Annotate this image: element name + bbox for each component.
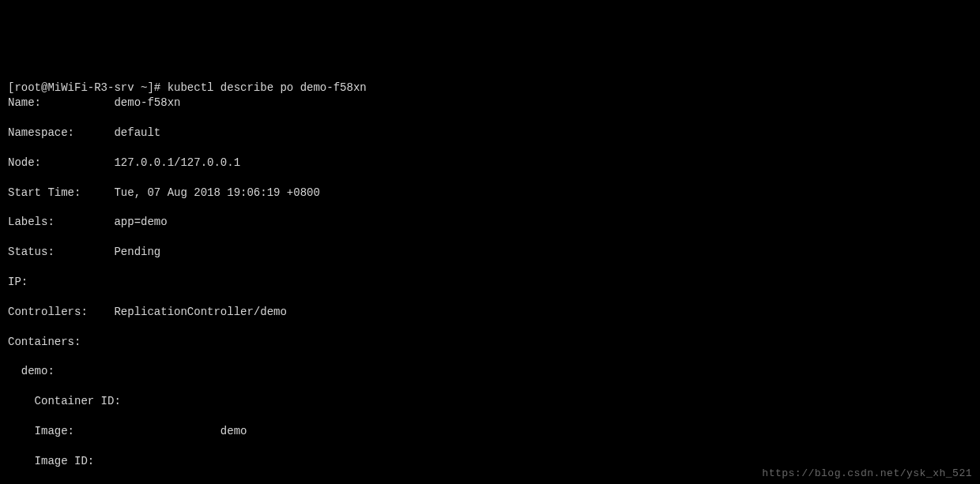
- container-image-label: Image:: [35, 424, 220, 439]
- pod-controllers-label: Controllers:: [8, 305, 114, 320]
- pod-labels-value: app=demo: [114, 215, 167, 230]
- pod-labels-row: Labels:app=demo: [8, 215, 972, 230]
- pod-controllers-row: Controllers:ReplicationController/demo: [8, 305, 972, 320]
- container-name: demo:: [8, 364, 972, 379]
- pod-namespace-row: Namespace:default: [8, 126, 972, 141]
- container-id-label: Container ID:: [35, 394, 220, 409]
- pod-node-value: 127.0.0.1/127.0.0.1: [114, 156, 240, 171]
- pod-ip-row: IP:: [8, 275, 972, 290]
- container-image-value: demo: [220, 424, 247, 439]
- pod-namespace-value: default: [114, 126, 160, 141]
- pod-starttime-label: Start Time:: [8, 186, 114, 201]
- watermark-text: https://blog.csdn.net/ysk_xh_521: [762, 467, 972, 481]
- prompt-command: kubectl describe po demo-f58xn: [168, 81, 367, 94]
- container-image-row: Image:demo: [8, 424, 972, 439]
- pod-status-row: Status:Pending: [8, 245, 972, 260]
- shell-prompt[interactable]: [root@MiWiFi-R3-srv ~]# kubectl describe…: [8, 81, 367, 94]
- pod-status-label: Status:: [8, 245, 114, 260]
- pod-controllers-value: ReplicationController/demo: [114, 305, 286, 320]
- container-imageid-label: Image ID:: [35, 454, 220, 469]
- pod-starttime-row: Start Time:Tue, 07 Aug 2018 19:06:19 +08…: [8, 186, 972, 201]
- pod-labels-label: Labels:: [8, 215, 114, 230]
- pod-namespace-label: Namespace:: [8, 126, 114, 141]
- pod-name-label: Name:: [8, 96, 114, 111]
- pod-starttime-value: Tue, 07 Aug 2018 19:06:19 +0800: [114, 186, 319, 201]
- pod-ip-label: IP:: [8, 275, 114, 290]
- pod-name-value: demo-f58xn: [114, 96, 180, 111]
- terminal-output: [root@MiWiFi-R3-srv ~]# kubectl describe…: [8, 66, 972, 484]
- container-id-row: Container ID:: [8, 394, 972, 409]
- containers-header: Containers:: [8, 335, 972, 350]
- pod-node-row: Node:127.0.0.1/127.0.0.1: [8, 156, 972, 171]
- pod-status-value: Pending: [114, 245, 160, 260]
- prompt-user-host: [root@MiWiFi-R3-srv ~]#: [8, 81, 160, 94]
- pod-node-label: Node:: [8, 156, 114, 171]
- pod-name-row: Name:demo-f58xn: [8, 96, 972, 111]
